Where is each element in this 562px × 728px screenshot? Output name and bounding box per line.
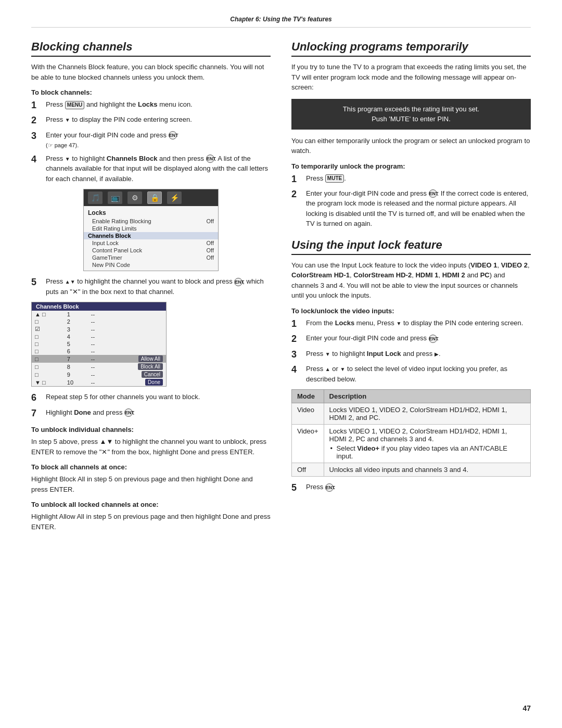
to-block-all-heading: To block all channels at once: [31, 463, 271, 471]
cb-row-8: □8--Block All [32, 363, 166, 371]
mode-video: Video [292, 403, 324, 425]
cb-row-arrow: ▲ □1-- [32, 311, 166, 318]
unlocking-programs-heading: Unlocking programs temporarily [291, 40, 531, 57]
step-6: 6 Repeat step 5 for other channels you w… [31, 392, 271, 404]
mode-table: Mode Description Video Locks VIDEO 1, VI… [291, 389, 531, 477]
blocking-channels-heading: Blocking channels [31, 40, 271, 57]
enter-icon-temp-2: ENT [429, 189, 437, 198]
lock-step-5: 5 Press ENT. [291, 482, 531, 494]
to-temp-unlock-heading: To temporarily unlock the program: [291, 162, 531, 170]
lock-unlock-steps: 1 From the Locks menu, Press ▼ to displa… [291, 318, 531, 384]
input-lock-intro: You can use the Input Lock feature to lo… [291, 260, 531, 301]
desc-videoplus: Locks VIDEO 1, VIDEO 2, ColorStream HD1/… [324, 425, 530, 463]
mode-off: Off [292, 463, 324, 477]
enter-icon-4: ENT [206, 155, 214, 163]
blocking-intro-text: With the Channels Block feature, you can… [31, 62, 271, 82]
channels-block-screenshot: Channels Block ▲ □1-- □2-- ☑3-- □4-- [31, 302, 167, 387]
temp-unlock-steps: 1 Press MUTE. 2 Enter your four-digit PI… [291, 173, 531, 229]
temp-step-1: 1 Press MUTE. [291, 173, 531, 185]
left-column: Blocking channels With the Channels Bloc… [31, 40, 271, 536]
cb-row-6: □6-- [32, 348, 166, 355]
cb-row-5: □5-- [32, 340, 166, 348]
enter-icon-5: ENT [234, 278, 242, 286]
step-7: 7 Highlight Done and press ENT. [31, 407, 271, 419]
menu-icon-5: ⚡ [167, 191, 182, 204]
block-channels-steps-3: 6 Repeat step 5 for other channels you w… [31, 392, 271, 419]
menu-icon-3: ⚙ [127, 191, 142, 204]
cb-table: ▲ □1-- □2-- ☑3-- □4-- □5-- □6- [32, 311, 166, 386]
menu-edit-rating: Edit Rating Limits [84, 225, 218, 232]
step-2: 2 Press ▼ to display the PIN code enteri… [31, 114, 271, 126]
info-box: This program exceeds the rating limit yo… [291, 99, 531, 130]
lock-step-2: 2 Enter your four-digit PIN code and pre… [291, 333, 531, 345]
desc-video: Locks VIDEO 1, VIDEO 2, ColorStream HD1/… [324, 403, 530, 425]
cb-title: Channels Block [32, 302, 166, 311]
menu-icon: MENU [65, 101, 84, 109]
mode-videoplus: Video+ [292, 425, 324, 463]
lock-step-1: 1 From the Locks menu, Press ▼ to displa… [291, 318, 531, 330]
cb-row-7: □7--Allow All [32, 355, 166, 363]
info-box-line2: Push 'MUTE' to enter PIN. [300, 114, 522, 124]
table-row-videoplus: Video+ Locks VIDEO 1, VIDEO 2, ColorStre… [292, 425, 531, 463]
to-block-all-text: Highlight Block All in step 5 on previou… [31, 474, 271, 494]
to-unblock-individual-text: In step 5 above, press ▲▼ to highlight t… [31, 437, 271, 457]
menu-icon-1: 🎵 [88, 191, 103, 204]
to-block-channels-heading: To block channels: [31, 88, 271, 96]
cb-row-9: □9--Cancel [32, 371, 166, 378]
desc-off: Unlocks all video inputs and channels 3 … [324, 463, 530, 477]
description-col-header: Description [324, 390, 530, 403]
table-row-off: Off Unlocks all video inputs and channel… [292, 463, 531, 477]
videoplus-bullet: Select Video+ if you play video tapes vi… [329, 444, 525, 460]
right-column: Unlocking programs temporarily If you tr… [291, 40, 531, 536]
enter-icon-3: ENT [169, 131, 177, 139]
cb-row-2: □2-- [32, 318, 166, 325]
to-unblock-all-heading: To unblock all locked channels at once: [31, 501, 271, 508]
menu-icon-2: 📺 [108, 191, 122, 204]
down-arrow-1: ▼ [65, 117, 70, 123]
enter-icon-7: ENT [124, 408, 133, 417]
enter-icon-lock-5: ENT [325, 483, 334, 492]
lock-step-5-list: 5 Press ENT. [291, 482, 531, 494]
step-5: 5 Press ▲▼ to highlight the channel you … [31, 276, 271, 297]
down-arrow-4: ▼ [65, 156, 70, 162]
menu-input-lock: Input LockOff [84, 239, 218, 247]
menu-icon-4-active: 🔒 [147, 191, 162, 204]
step-3: 3 Enter your four-digit PIN code and pre… [31, 130, 271, 150]
lock-step-3: 3 Press ▼ to highlight Input Lock and pr… [291, 349, 531, 361]
to-unblock-individual-heading: To unblock individual channels: [31, 426, 271, 433]
menu-content-panel: Contont Panel LockOff [84, 247, 218, 254]
menu-body: Locks Enable Rating BlockingOff Edit Rat… [84, 206, 218, 271]
menu-icons-row: 🎵 📺 ⚙ 🔒 ⚡ [84, 189, 218, 206]
menu-new-pin: New PIN Code [84, 261, 218, 269]
temp-step-2: 2 Enter your four-digit PIN code and pre… [291, 188, 531, 229]
step-4: 4 Press ▼ to highlight Channels Block an… [31, 154, 271, 184]
to-unblock-all-text: Highlight Allow All in step 5 on previou… [31, 512, 271, 532]
menu-game-timer: GameTimerOff [84, 254, 218, 261]
page-number: 47 [522, 704, 531, 712]
locks-menu-screenshot: 🎵 📺 ⚙ 🔒 ⚡ Locks Enable Rating BlockingOf… [83, 189, 219, 271]
mute-icon: MUTE [325, 174, 344, 183]
menu-locks-title: Locks [84, 208, 218, 218]
unlocking-intro-text: If you try to tune the TV to a program t… [291, 62, 531, 93]
table-header-row: Mode Description [292, 390, 531, 403]
chapter-header: Chapter 6: Using the TV's features [31, 16, 531, 28]
enter-icon-lock-2: ENT [429, 335, 437, 343]
cb-row-10: ▼ □10--Done [32, 378, 166, 386]
input-lock-heading: Using the input lock feature [291, 238, 531, 255]
mode-col-header: Mode [292, 390, 324, 403]
menu-enable-rating: Enable Rating BlockingOff [84, 218, 218, 225]
block-channels-steps-2: 5 Press ▲▼ to highlight the channel you … [31, 276, 271, 297]
info-box-line1: This program exceeds the rating limit yo… [300, 104, 522, 114]
lock-step-4: 4 Press ▲ or ▼ to select the level of vi… [291, 364, 531, 384]
menu-channels-block: Channels Block [84, 232, 218, 239]
block-channels-steps: 1 Press MENU and highlight the Locks men… [31, 99, 271, 184]
cb-row-3: ☑3-- [32, 325, 166, 333]
to-lock-unlock-heading: To lock/unlock the video inputs: [291, 307, 531, 315]
chapter-title-text: Chapter 6: Using the TV's features [230, 16, 332, 23]
cb-row-4: □4-- [32, 333, 166, 340]
table-row-video: Video Locks VIDEO 1, VIDEO 2, ColorStrea… [292, 403, 531, 425]
unlocking-desc-text: You can either temporarily unlock the pr… [291, 136, 531, 156]
step-1: 1 Press MENU and highlight the Locks men… [31, 99, 271, 111]
